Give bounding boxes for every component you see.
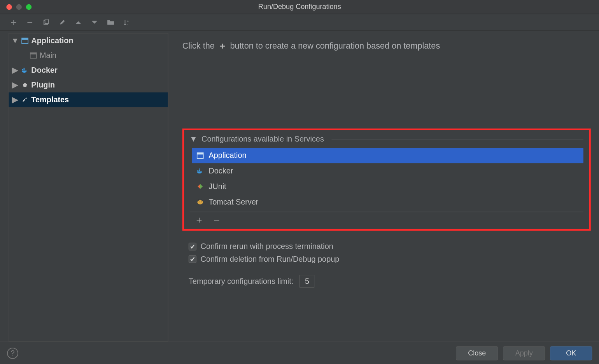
- add-service-button[interactable]: [194, 215, 203, 224]
- titlebar: Run/Debug Configurations: [0, 0, 599, 14]
- checkbox-label: Confirm rerun with process termination: [201, 242, 333, 251]
- folder-button[interactable]: [106, 18, 115, 27]
- tree-label: Application: [31, 36, 73, 45]
- service-item-tomcat[interactable]: Tomcat Server: [192, 194, 583, 210]
- add-button[interactable]: [9, 18, 18, 27]
- close-button[interactable]: Close: [456, 346, 498, 360]
- chevron-right-icon: ▶: [12, 80, 19, 89]
- hint-text: Click the ＋ button to create a new confi…: [182, 36, 591, 51]
- services-section-highlight: ▼ Configurations available in Services A…: [182, 128, 591, 231]
- tomcat-icon: [196, 198, 205, 206]
- services-toolbar: [190, 212, 583, 226]
- service-item-application[interactable]: Application: [192, 148, 583, 163]
- svg-rect-12: [197, 153, 203, 155]
- checkbox-group: Confirm rerun with process termination C…: [182, 242, 591, 264]
- chevron-down-icon: ▼: [12, 36, 19, 45]
- wrench-icon: [21, 96, 29, 104]
- temp-limit-input[interactable]: 5: [300, 275, 315, 288]
- ok-button[interactable]: OK: [550, 346, 592, 360]
- svg-rect-15: [199, 168, 200, 170]
- service-label: Docker: [208, 166, 233, 175]
- tree-label: Docker: [31, 66, 57, 75]
- tree-label: Plugin: [31, 80, 55, 89]
- service-label: JUnit: [208, 182, 226, 191]
- confirm-deletion-checkbox[interactable]: Confirm deletion from Run/Debug popup: [189, 255, 591, 264]
- application-icon: [29, 51, 38, 60]
- svg-rect-13: [197, 170, 198, 171]
- svg-rect-7: [30, 52, 37, 54]
- plugin-icon: [21, 81, 29, 89]
- dialog-footer: ? Close Apply OK: [0, 342, 599, 364]
- help-button[interactable]: ?: [7, 348, 18, 359]
- tree-item-main[interactable]: Main: [9, 48, 168, 63]
- checkbox-icon: [189, 243, 196, 250]
- tree-item-templates[interactable]: ▶ Templates: [9, 92, 168, 107]
- checkbox-label: Confirm deletion from Run/Debug popup: [201, 255, 340, 264]
- svg-rect-10: [24, 68, 25, 69]
- application-icon: [21, 37, 29, 45]
- svg-text:z: z: [127, 23, 129, 26]
- window-title: Run/Debug Configurations: [0, 3, 599, 11]
- docker-icon: [21, 66, 29, 75]
- tree-item-plugin[interactable]: ▶ Plugin: [9, 78, 168, 93]
- toolbar: az: [0, 14, 599, 31]
- chevron-right-icon: ▶: [12, 95, 19, 104]
- svg-rect-14: [199, 170, 200, 171]
- sort-button[interactable]: az: [122, 18, 131, 27]
- copy-button[interactable]: [42, 18, 51, 27]
- tree-label: Main: [40, 51, 56, 60]
- svg-rect-1: [45, 19, 49, 23]
- divider: [332, 139, 583, 139]
- svg-rect-5: [22, 38, 28, 40]
- plus-icon: ＋: [218, 40, 227, 51]
- section-title: Configurations available in Services: [201, 135, 324, 144]
- service-item-docker[interactable]: Docker: [192, 163, 583, 179]
- chevron-right-icon: ▶: [12, 66, 19, 75]
- tree-item-docker[interactable]: ▶ Docker: [9, 63, 168, 78]
- junit-icon: [196, 182, 205, 191]
- services-list[interactable]: Application Docker JUnit Tomcat Server: [192, 148, 583, 210]
- remove-button[interactable]: [25, 18, 34, 27]
- configurations-tree[interactable]: ▼ Application Main ▶ Docker ▶ Plugin ▶ T…: [9, 33, 168, 342]
- application-icon: [196, 151, 205, 160]
- svg-point-17: [199, 201, 200, 202]
- service-label: Tomcat Server: [208, 197, 258, 206]
- edit-defaults-button[interactable]: [58, 18, 67, 27]
- service-item-junit[interactable]: JUnit: [192, 179, 583, 194]
- tree-item-application[interactable]: ▼ Application: [9, 33, 168, 48]
- apply-button[interactable]: Apply: [503, 346, 545, 360]
- chevron-down-icon: ▼: [190, 135, 198, 144]
- move-up-button[interactable]: [74, 18, 83, 27]
- services-header[interactable]: ▼ Configurations available in Services: [190, 135, 583, 144]
- temp-limit-label: Temporary configurations limit:: [189, 277, 293, 286]
- checkbox-icon: [189, 255, 196, 263]
- svg-rect-9: [24, 69, 25, 70]
- remove-service-button[interactable]: [212, 215, 221, 224]
- svg-point-18: [201, 201, 202, 202]
- docker-icon: [196, 167, 205, 175]
- move-down-button[interactable]: [90, 18, 99, 27]
- tree-label: Templates: [31, 95, 69, 104]
- temp-limit-row: Temporary configurations limit: 5: [182, 275, 591, 288]
- svg-rect-8: [22, 69, 23, 70]
- service-label: Application: [208, 151, 246, 160]
- confirm-rerun-checkbox[interactable]: Confirm rerun with process termination: [189, 242, 591, 251]
- svg-point-16: [197, 200, 203, 205]
- main-panel: Click the ＋ button to create a new confi…: [168, 31, 599, 341]
